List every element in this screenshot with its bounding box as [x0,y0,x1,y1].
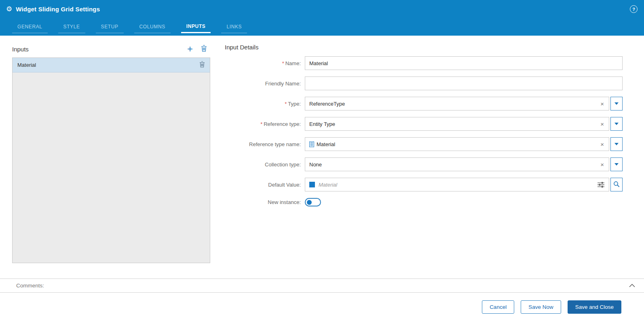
reference-type-label: *Reference type: [225,121,305,127]
collection-type-combo: None × [305,157,623,171]
reference-type-dropdown-button[interactable] [610,117,623,131]
chevron-down-icon [614,143,619,145]
entity-type-swatch-icon [309,182,315,187]
required-marker: * [260,121,262,127]
clear-icon[interactable]: × [598,101,606,107]
type-combo: ReferenceType × [305,97,623,111]
form-row-default-value: Default Value: Material [225,178,623,191]
reference-type-combo: Entity Type × [305,117,623,131]
collection-type-value: None [309,162,598,168]
label-text: Name: [285,60,301,66]
tab-links[interactable]: LINKS [221,20,247,33]
form-row-new-instance: New instance: [225,198,623,206]
entity-document-icon [309,141,314,147]
tab-style[interactable]: STYLE [58,20,85,33]
collection-type-combo-box[interactable]: None × [305,157,609,171]
new-instance-toggle[interactable] [305,198,321,206]
label-text: Reference type: [264,121,301,127]
search-icon [613,181,620,189]
label-text: Collection type: [265,162,301,168]
reference-type-name-value: Material [317,141,598,147]
required-marker: * [285,101,287,107]
list-item-material[interactable]: Material [13,58,210,72]
trash-icon [199,61,205,69]
chevron-up-icon [629,283,635,289]
clear-icon[interactable]: × [598,141,606,147]
search-entity-button[interactable] [610,178,623,191]
comments-bar: Comments: [0,278,644,293]
filter-sliders-icon[interactable] [597,182,605,188]
friendly-name-label: Friendly Name: [225,81,305,87]
form-row-type: *Type: ReferenceType × [225,97,623,111]
dialog-header: ⚙ Widget Sliding Grid Settings ? GENERAL… [0,0,644,36]
chevron-down-icon [614,123,619,125]
inputs-panel-header: Inputs + [12,43,210,55]
dialog-title: Widget Sliding Grid Settings [16,6,100,13]
default-value-placeholder: Material [319,182,597,188]
inputs-list: Material [12,57,210,263]
gear-icon: ⚙ [6,6,12,13]
delete-row-button[interactable] [199,61,205,69]
tab-columns[interactable]: COLUMNS [134,20,171,33]
label-text: Friendly Name: [265,81,301,87]
name-label: *Name: [225,60,305,66]
collection-type-label: Collection type: [225,162,305,168]
chevron-down-icon [614,163,619,166]
title-row: ⚙ Widget Sliding Grid Settings [0,0,644,18]
chevron-down-icon [614,102,619,105]
help-button[interactable]: ? [630,5,638,13]
type-value: ReferenceType [309,101,598,107]
inputs-panel-title: Inputs [12,46,187,53]
form-row-reference-type: *Reference type: Entity Type × [225,117,623,131]
save-and-close-button[interactable]: Save and Close [568,300,621,314]
form-row-collection-type: Collection type: None × [225,157,623,171]
default-value-field[interactable]: Material [305,178,609,191]
widget-settings-dialog: ⚙ Widget Sliding Grid Settings ? GENERAL… [0,0,644,321]
tab-setup[interactable]: SETUP [96,20,124,33]
label-text: Default Value: [268,182,301,188]
add-input-button[interactable]: + [187,44,193,54]
collection-type-dropdown-button[interactable] [610,157,623,171]
tab-general[interactable]: GENERAL [12,20,48,33]
reference-type-name-combo-box[interactable]: Material × [305,137,609,151]
help-icon: ? [632,7,635,12]
tab-inputs[interactable]: INPUTS [181,20,211,33]
input-details-title: Input Details [225,44,623,51]
form-row-name: *Name: [225,56,623,70]
trash-icon [201,45,207,53]
default-value-label: Default Value: [225,182,305,188]
delete-input-button[interactable] [201,45,207,53]
reference-type-value: Entity Type [309,121,598,127]
cancel-button[interactable]: Cancel [482,300,514,314]
list-item-label: Material [17,62,36,68]
collapse-comments-button[interactable] [629,283,635,289]
reference-type-name-combo: Material × [305,137,623,151]
friendly-name-field[interactable] [305,77,623,90]
inputs-panel: Inputs + Material [12,43,210,278]
toggle-knob [307,200,312,205]
new-instance-label: New instance: [225,199,305,205]
reference-type-name-label: Reference type name: [225,141,305,147]
action-bar: Cancel Save Now Save and Close [0,293,644,321]
label-text: Reference type name: [249,141,301,147]
clear-icon[interactable]: × [598,162,606,168]
form-row-friendly-name: Friendly Name: [225,77,623,90]
type-dropdown-button[interactable] [610,97,623,111]
tab-bar: GENERAL STYLE SETUP COLUMNS INPUTS LINKS [0,18,644,33]
save-now-button[interactable]: Save Now [521,300,561,314]
required-marker: * [282,60,284,66]
default-value-picker: Material [305,178,623,191]
type-label: *Type: [225,101,305,107]
clear-icon[interactable]: × [598,121,606,127]
label-text: New instance: [268,199,301,205]
main-content: Inputs + Material [0,36,644,278]
comments-label: Comments: [16,283,44,289]
label-text: Type: [288,101,301,107]
reference-type-combo-box[interactable]: Entity Type × [305,117,609,131]
input-details-panel: Input Details *Name: Friendly Name: [225,43,623,278]
form-row-reference-type-name: Reference type name: Material × [225,137,623,151]
reference-type-name-dropdown-button[interactable] [610,137,623,151]
name-field[interactable] [305,56,623,70]
type-combo-box[interactable]: ReferenceType × [305,97,609,111]
